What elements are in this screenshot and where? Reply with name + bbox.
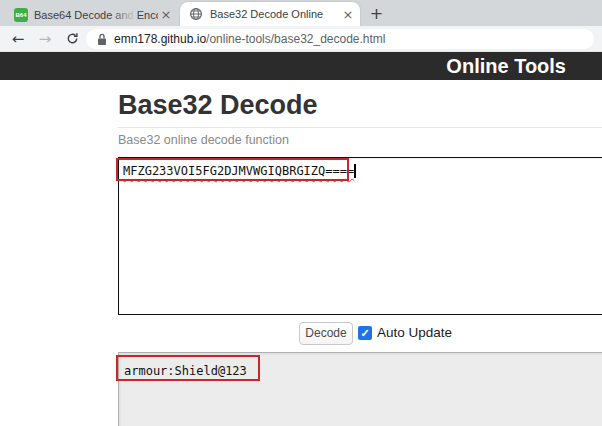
page-title: Base32 Decode [118,90,318,121]
output-textarea[interactable]: armour:Shield@123 [118,352,602,426]
site-brand-title[interactable]: Online Tools [446,52,566,80]
tab-title-fade [111,9,137,21]
output-text: armour:Shield@123 [124,364,247,378]
url-path: /online-tools/base32_decode.html [206,32,385,46]
url-text: emn178.github.io/online-tools/base32_dec… [114,32,386,46]
auto-update-checkbox[interactable]: ✓ [358,326,372,340]
tab-base32-decode[interactable]: Base32 Decode Online × [180,2,360,26]
input-text: MFZG233VOI5FG2DJMVWGIQBRGIZQ==== [123,164,354,178]
url-field[interactable]: emn178.github.io/online-tools/base32_dec… [86,29,594,49]
lock-icon[interactable] [97,33,107,46]
url-domain: emn178.github.io [114,32,206,46]
browser-toolbar: ← → emn178.github.io/online-tools/base32… [0,26,602,52]
tab-title: Base32 Decode Online [210,8,340,20]
decode-button[interactable]: Decode [299,322,353,345]
tab-title: Base64 Decode and Encode - On [34,9,158,21]
browser-window: B64 Base64 Decode and Encode - On × Base… [0,0,602,426]
globe-icon [189,7,203,21]
back-icon[interactable]: ← [8,29,28,49]
reload-icon[interactable] [62,29,82,49]
forward-icon: → [35,29,55,49]
base64-favicon-icon: B64 [14,8,28,22]
new-tab-button[interactable]: + [368,5,385,22]
tab-base64-decode[interactable]: B64 Base64 Decode and Encode - On × [8,3,178,26]
tab-strip: B64 Base64 Decode and Encode - On × Base… [0,0,602,26]
title-divider [118,127,602,128]
close-icon[interactable]: × [158,7,174,23]
input-textarea[interactable]: MFZG233VOI5FG2DJMVWGIQBRGIZQ==== [118,157,602,315]
site-header-bar: Online Tools [0,52,602,80]
close-icon[interactable]: × [340,6,356,22]
page-subtitle: Base32 online decode function [118,133,289,147]
text-caret [354,164,356,178]
auto-update-label[interactable]: Auto Update [377,325,452,340]
